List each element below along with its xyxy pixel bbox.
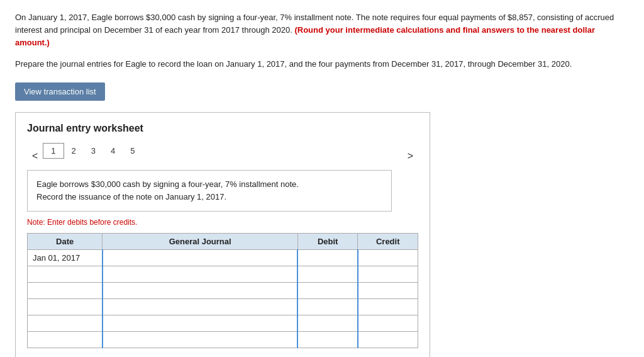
tab-4[interactable]: 4 — [103, 144, 123, 158]
journal-entry-worksheet: Journal entry worksheet < 1 2 3 4 5 > Ea… — [15, 112, 430, 357]
debit-input-5[interactable] — [303, 319, 352, 328]
debit-cell-1[interactable] — [297, 249, 358, 266]
tab-navigation: < 1 2 3 4 5 > — [27, 143, 418, 170]
journal-input-1[interactable] — [108, 253, 292, 263]
debit-cell-4[interactable] — [297, 298, 358, 315]
table-row — [28, 266, 418, 282]
credit-input-3[interactable] — [364, 286, 413, 295]
debit-cell-5[interactable] — [297, 315, 358, 331]
journal-cell-3[interactable] — [103, 282, 298, 298]
credit-cell-6[interactable] — [358, 331, 418, 348]
journal-input-2[interactable] — [108, 269, 292, 279]
debit-cell-3[interactable] — [297, 282, 358, 298]
journal-cell-5[interactable] — [103, 315, 298, 331]
next-tab-button[interactable]: > — [402, 149, 418, 163]
tab-5[interactable]: 5 — [123, 144, 142, 158]
table-row — [28, 331, 418, 348]
journal-cell-6[interactable] — [103, 331, 298, 348]
debit-cell-2[interactable] — [297, 266, 358, 282]
prev-tab-button[interactable]: < — [27, 149, 43, 163]
table-header-row: Date General Journal Debit Credit — [28, 233, 418, 249]
debit-input-6[interactable] — [303, 335, 352, 344]
debit-input-1[interactable] — [303, 253, 352, 263]
date-cell-6 — [28, 331, 103, 348]
prepare-paragraph: Prepare the journal entries for Eagle to… — [15, 58, 629, 71]
tab-2[interactable]: 2 — [64, 144, 84, 158]
credit-cell-2[interactable] — [358, 266, 418, 282]
credit-cell-4[interactable] — [358, 298, 418, 315]
credit-input-6[interactable] — [364, 335, 413, 344]
table-row — [28, 298, 418, 315]
table-row — [28, 282, 418, 298]
header-debit: Debit — [297, 233, 358, 249]
credit-cell-1[interactable] — [358, 249, 418, 266]
credit-cell-5[interactable] — [358, 315, 418, 331]
date-cell-5 — [28, 315, 103, 331]
table-row: Jan 01, 2017 — [28, 249, 418, 266]
date-cell-4 — [28, 298, 103, 315]
debit-cell-6[interactable] — [297, 331, 358, 348]
journal-input-5[interactable] — [108, 319, 292, 328]
debit-input-3[interactable] — [303, 286, 352, 295]
debit-input-2[interactable] — [303, 269, 352, 279]
credit-input-5[interactable] — [364, 319, 413, 328]
header-credit: Credit — [358, 233, 418, 249]
header-date: Date — [28, 233, 103, 249]
journal-cell-2[interactable] — [103, 266, 298, 282]
tab-3[interactable]: 3 — [84, 144, 103, 158]
scenario-description: Eagle borrows $30,000 cash by signing a … — [27, 170, 392, 212]
journal-cell-4[interactable] — [103, 298, 298, 315]
header-general-journal: General Journal — [103, 233, 298, 249]
credit-input-1[interactable] — [364, 253, 413, 263]
scenario-line-2: Record the issuance of the note on Janua… — [36, 192, 226, 201]
scenario-line-1: Eagle borrows $30,000 cash by signing a … — [36, 179, 299, 189]
view-transaction-list-button[interactable]: View transaction list — [15, 82, 105, 101]
debit-input-4[interactable] — [303, 302, 352, 312]
tab-1[interactable]: 1 — [43, 143, 64, 159]
table-row — [28, 315, 418, 331]
journal-input-4[interactable] — [108, 302, 292, 312]
tab-list: 1 2 3 4 5 — [43, 143, 142, 159]
journal-input-6[interactable] — [108, 335, 292, 344]
credit-cell-3[interactable] — [358, 282, 418, 298]
credit-input-4[interactable] — [364, 302, 413, 312]
entry-note: Note: Enter debits before credits. — [27, 218, 418, 227]
date-cell-3 — [28, 282, 103, 298]
date-cell-1: Jan 01, 2017 — [28, 249, 103, 266]
intro-paragraph: On January 1, 2017, Eagle borrows $30,00… — [15, 11, 629, 49]
date-cell-2 — [28, 266, 103, 282]
worksheet-title: Journal entry worksheet — [27, 123, 418, 134]
credit-input-2[interactable] — [364, 269, 413, 279]
journal-input-3[interactable] — [108, 286, 292, 295]
journal-cell-1[interactable] — [103, 249, 298, 266]
journal-table: Date General Journal Debit Credit Jan 01… — [27, 233, 418, 348]
